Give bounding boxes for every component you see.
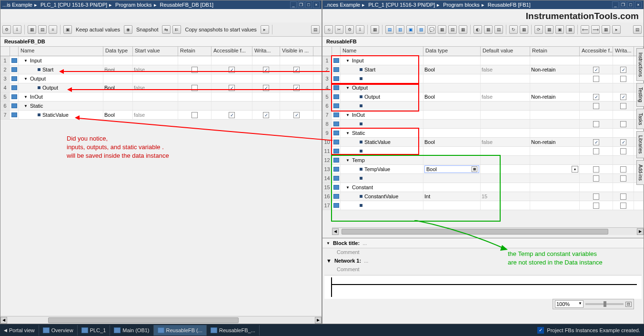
var-value[interactable]: false [133,83,178,92]
checkbox[interactable] [620,203,626,209]
var-value[interactable] [481,102,530,110]
retain-cell[interactable] [178,74,211,83]
acc-cell[interactable] [211,92,252,101]
var-value[interactable] [481,120,530,128]
table-row[interactable]: 4▼Output [322,83,644,92]
toolbar-icon[interactable]: ▤ [494,25,503,34]
checkbox[interactable] [620,148,626,154]
col-type[interactable]: Data type [423,47,481,56]
table-row[interactable]: 15▼Constant [322,183,644,192]
checkbox[interactable] [191,67,198,73]
var-name[interactable]: ▼Input [19,56,103,65]
checkbox[interactable] [593,148,599,154]
vis-cell[interactable] [280,56,313,65]
var-name[interactable] [341,201,423,210]
var-type[interactable] [423,174,481,183]
checkbox[interactable] [593,175,599,182]
toolbar-icon[interactable]: ⇆ [162,25,171,34]
toolbar-icon[interactable]: ▤ [448,25,457,34]
var-type[interactable] [103,74,133,83]
table-row[interactable]: 9▼Static [322,129,644,138]
acc-cell[interactable] [211,56,252,65]
toolbar-icon[interactable]: 💬 [427,25,436,34]
vis-cell[interactable] [280,74,313,83]
table-row[interactable]: 2StartBoolfalse [0,65,322,74]
close-icon[interactable]: × [313,1,320,8]
acc-cell[interactable] [211,74,252,83]
acc-cell[interactable] [580,120,613,128]
var-type[interactable]: Bool [423,65,481,74]
var-type[interactable] [423,183,481,192]
checkbox[interactable] [229,85,235,91]
wr-cell[interactable] [613,74,634,83]
wr-cell[interactable] [613,129,634,137]
toolbar-icon[interactable]: ⟳ [534,25,543,34]
side-tab-tasks[interactable]: Tasks [636,109,644,130]
toolbar-icon[interactable]: ⇩ [13,25,21,34]
wr-cell[interactable] [613,192,634,201]
col-name[interactable]: Name [341,47,423,56]
vis-cell[interactable] [280,111,313,119]
var-name[interactable]: Start [341,65,423,74]
keep-values-button[interactable]: Keep actual values [74,27,122,32]
copy-snapshots-button[interactable]: Copy snapshots to start values [183,27,258,32]
var-value[interactable]: false [481,65,530,74]
toolbar-icon[interactable]: ▤ [633,25,642,34]
var-name[interactable]: ▼Static [341,129,423,137]
var-value[interactable] [481,156,530,164]
var-type[interactable]: Bool▦ [423,165,481,173]
expand-icon[interactable]: ▼ [23,58,28,63]
table-row[interactable]: 10StaticValueBoolfalseNon-retain [322,138,644,147]
min-icon[interactable]: _ [290,1,297,8]
var-name[interactable]: ▼Output [341,83,423,92]
toolbar-icon[interactable]: ↻ [509,25,518,34]
vis-cell[interactable] [280,65,313,74]
var-type[interactable] [103,92,133,101]
close-icon[interactable]: × [635,1,642,8]
wr-cell[interactable] [252,74,280,83]
acc-cell[interactable] [580,165,613,173]
expand-icon[interactable]: ▼ [345,158,350,163]
checkbox[interactable] [620,166,626,173]
col-retain[interactable]: Retain [530,47,580,56]
var-type[interactable]: Bool [103,65,133,74]
snapshot-icon[interactable]: ◉ [124,25,132,34]
retain-cell[interactable]: Non-retain [530,138,580,146]
toolbar-icon[interactable]: ▤ [385,25,394,34]
expand-icon[interactable]: ▼ [23,103,28,108]
max-icon[interactable]: □ [627,1,634,8]
var-name[interactable] [341,120,423,128]
var-value[interactable] [481,74,530,83]
expand-icon[interactable]: ▼ [345,112,350,117]
var-value[interactable] [133,102,178,110]
table-row[interactable]: 3 [322,74,644,83]
side-tab-libraries[interactable]: Libraries [636,131,644,158]
retain-cell[interactable] [530,74,580,83]
expand-icon[interactable]: ▼ [345,185,350,190]
checkbox[interactable] [593,166,599,173]
acc-cell[interactable] [211,111,252,119]
float-icon[interactable]: ❐ [298,1,304,8]
var-type[interactable] [423,102,481,110]
var-type[interactable] [423,56,481,65]
toolbar-icon[interactable]: ⇇ [172,25,181,34]
toolbar-icon[interactable]: ▤ [311,25,320,34]
toolbar-icon[interactable]: ⎋ [324,25,333,34]
wr-cell[interactable] [613,183,634,192]
wr-cell[interactable] [613,111,634,119]
acc-cell[interactable] [211,65,252,74]
checkbox[interactable] [593,139,599,145]
checkbox[interactable] [620,139,626,145]
max-icon[interactable]: □ [305,1,312,8]
var-value[interactable]: false [481,138,530,146]
var-type[interactable] [423,147,481,155]
vis-cell[interactable] [280,102,313,110]
var-value[interactable]: 15 [481,192,530,201]
checkbox[interactable] [593,193,599,200]
retain-cell[interactable] [530,111,580,119]
retain-cell[interactable] [178,65,211,74]
side-tab-instructions[interactable]: Instructions [636,48,644,81]
retain-cell[interactable] [530,192,580,201]
ladder-editor[interactable] [324,275,642,299]
var-name[interactable]: ▼InOut [19,92,103,101]
